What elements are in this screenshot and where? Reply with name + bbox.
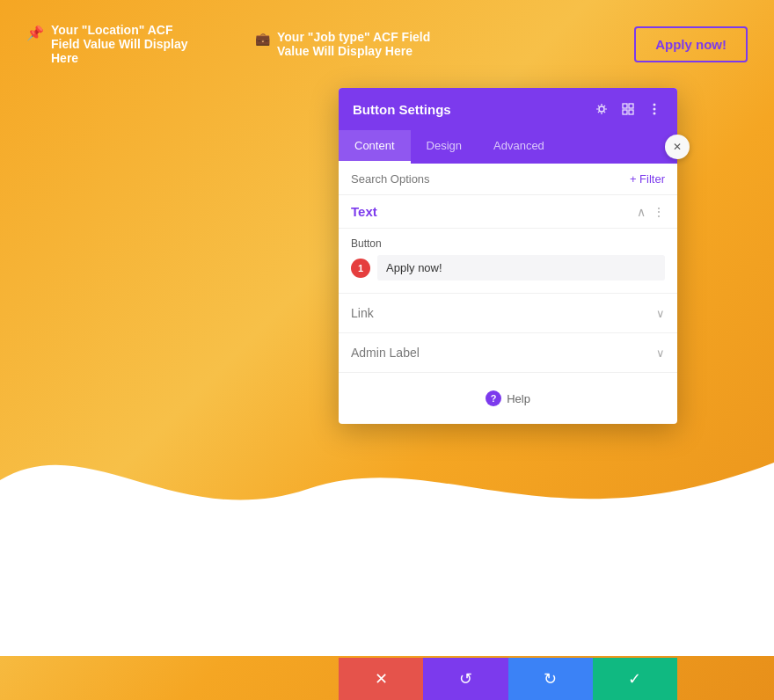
help-button[interactable]: ? Help bbox=[486, 390, 530, 406]
button-field-input-row: 1 bbox=[351, 255, 665, 281]
button-settings-modal: Button Settings bbox=[339, 88, 677, 424]
svg-point-7 bbox=[654, 113, 656, 115]
link-chevron-icon: ∨ bbox=[656, 307, 665, 320]
tabs-container: Content Design Advanced ✕ bbox=[339, 130, 677, 164]
section-header-icons: ∧ ⋮ bbox=[637, 205, 665, 219]
header-area: 📌 Your "Location" ACF Field Value Will D… bbox=[0, 0, 774, 88]
text-section-title: Text bbox=[351, 204, 637, 219]
admin-label-chevron-icon: ∨ bbox=[656, 346, 665, 360]
help-icon: ? bbox=[486, 390, 501, 406]
svg-rect-1 bbox=[623, 104, 627, 108]
filter-button[interactable]: + Filter bbox=[630, 172, 665, 186]
text-section: Text ∧ ⋮ Button 1 bbox=[339, 195, 677, 294]
field-badge: 1 bbox=[351, 259, 370, 278]
cancel-button[interactable]: ✕ bbox=[339, 658, 423, 700]
search-bar: + Filter bbox=[339, 164, 677, 195]
button-field-label: Button bbox=[351, 237, 665, 250]
bottom-toolbar: ✕ ↺ ↻ ✓ bbox=[339, 658, 677, 700]
svg-point-5 bbox=[654, 104, 656, 106]
pin-icon: 📌 bbox=[26, 25, 44, 41]
apply-now-button[interactable]: Apply now! bbox=[634, 26, 748, 62]
help-label: Help bbox=[507, 392, 530, 405]
tab-design[interactable]: Design bbox=[411, 130, 478, 164]
text-section-header: Text ∧ ⋮ bbox=[339, 195, 677, 229]
svg-rect-4 bbox=[629, 110, 633, 114]
modal-header: Button Settings bbox=[339, 88, 677, 130]
link-section-label: Link bbox=[351, 306, 656, 320]
settings-icon[interactable] bbox=[593, 100, 610, 118]
svg-point-0 bbox=[599, 106, 604, 112]
save-button[interactable]: ✓ bbox=[593, 658, 677, 700]
undo-button[interactable]: ↺ bbox=[423, 658, 507, 700]
admin-label-section-label: Admin Label bbox=[351, 346, 656, 360]
modal-close-button[interactable]: ✕ bbox=[665, 135, 690, 159]
location-text: Your "Location" ACF Field Value Will Dis… bbox=[51, 23, 202, 65]
more-options-icon[interactable] bbox=[646, 100, 663, 118]
button-text-input[interactable] bbox=[377, 255, 665, 281]
redo-button[interactable]: ↻ bbox=[508, 658, 593, 700]
modal-title: Button Settings bbox=[353, 102, 593, 117]
tab-advanced[interactable]: Advanced bbox=[478, 130, 560, 164]
collapse-icon[interactable]: ∧ bbox=[637, 205, 646, 219]
briefcase-icon: 💼 bbox=[255, 32, 270, 46]
admin-label-section[interactable]: Admin Label ∨ bbox=[339, 333, 677, 373]
grid-icon[interactable] bbox=[619, 100, 637, 118]
modal-header-icons bbox=[593, 100, 663, 118]
job-type-text: Your "Job type" ACF Field Value Will Dis… bbox=[277, 30, 431, 58]
help-area: ? Help bbox=[339, 373, 677, 424]
svg-rect-2 bbox=[629, 104, 633, 108]
job-type-block: 💼 Your "Job type" ACF Field Value Will D… bbox=[255, 30, 431, 58]
section-more-icon[interactable]: ⋮ bbox=[653, 205, 665, 219]
search-input[interactable] bbox=[351, 172, 623, 186]
svg-rect-3 bbox=[623, 110, 627, 114]
tab-content[interactable]: Content bbox=[339, 130, 411, 164]
location-block: 📌 Your "Location" ACF Field Value Will D… bbox=[26, 23, 202, 65]
svg-point-6 bbox=[654, 108, 656, 111]
button-field-group: Button 1 bbox=[339, 229, 677, 294]
link-section[interactable]: Link ∨ bbox=[339, 294, 677, 333]
